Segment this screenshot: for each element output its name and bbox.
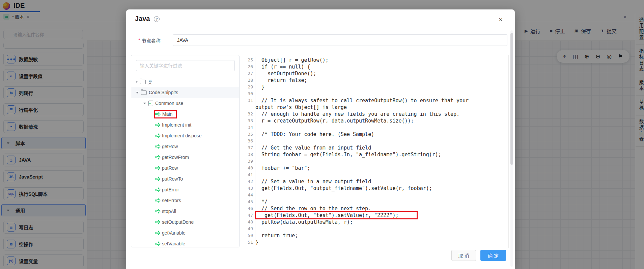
code-text: // enough to handle any new fields you a… <box>255 111 508 117</box>
line-number: 43 <box>245 185 255 192</box>
snippet-icon <box>155 198 161 203</box>
line-number: 50 <box>245 232 255 239</box>
code-line-25: 25 Object[] r = getRow(); <box>245 57 508 63</box>
node-label: getVariable <box>162 230 186 236</box>
node-label: Main <box>162 111 172 117</box>
line-number: 32 <box>245 111 255 117</box>
code-text <box>255 138 508 144</box>
node-label: Common use <box>155 101 183 106</box>
cancel-button[interactable]: 取 消 <box>451 250 476 261</box>
code-text: // Get the value from an input field <box>255 144 508 151</box>
tree-node-setOutputDone[interactable]: setOutputDone <box>131 217 239 227</box>
node-label: 类 <box>148 78 152 85</box>
node-label: Code Snippits <box>149 90 178 95</box>
code-text: } <box>255 84 508 90</box>
line-number: 27 <box>245 70 255 77</box>
doc-icon <box>148 101 153 106</box>
line-number: 33 <box>245 117 255 124</box>
tree-node-setVariable[interactable]: setVariable <box>131 238 239 247</box>
code-line-40: 40 foobar += "bar"; <box>245 165 508 171</box>
snippet-icon <box>155 133 161 138</box>
line-number: 26 <box>245 63 255 70</box>
code-line-44: 44 <box>245 192 508 198</box>
snippet-filter-input[interactable] <box>136 60 235 71</box>
node-label: stopAll <box>162 209 176 214</box>
node-label: Implement init <box>162 122 191 128</box>
caret-down-icon[interactable] <box>143 103 146 104</box>
snippet-icon <box>155 220 161 224</box>
node-label: putRow <box>162 165 178 171</box>
node-label: Implement dispose <box>162 133 202 138</box>
line-number: 28 <box>245 77 255 84</box>
snippet-icon <box>155 155 161 160</box>
modal-scrollbar-thumb[interactable] <box>510 33 513 165</box>
line-number: 51 <box>245 239 255 246</box>
line-number: 46 <box>245 205 255 212</box>
code-text: r = createOutputRow(r, data.outputRowMet… <box>255 117 508 124</box>
folder-icon <box>140 80 146 84</box>
line-number: 31 <box>245 97 255 111</box>
help-icon[interactable]: ? <box>154 16 160 22</box>
code-line-43: 43 get(Fields.Out, "output_fieldname").s… <box>245 185 508 192</box>
code-text <box>255 225 508 232</box>
tree-node-Implement init[interactable]: Implement init <box>131 119 239 130</box>
code-editor[interactable]: 25 Object[] r = getRow();26 if (r == nul… <box>245 55 509 248</box>
tree-node-putError[interactable]: putError <box>131 184 239 195</box>
line-number: 25 <box>245 57 255 63</box>
line-number: 39 <box>245 158 255 165</box>
code-line-29: 29 } <box>245 84 508 90</box>
tree-node-Main[interactable]: Main <box>131 109 239 119</box>
code-text: if (r == null) { <box>255 63 508 70</box>
code-text: */ <box>255 198 508 205</box>
tree-node-getRowFrom[interactable]: getRowFrom <box>131 152 239 163</box>
code-line-30: 30 <box>245 90 508 97</box>
code-line-41: 41 <box>245 171 508 178</box>
tree-node-setErrors[interactable]: setErrors <box>131 195 239 206</box>
tree-node-Implement dispose[interactable]: Implement dispose <box>131 130 239 141</box>
tree-node-getVariable[interactable]: getVariable <box>131 227 239 238</box>
line-number: 48 <box>245 219 255 225</box>
red-highlight-box: Main <box>155 111 176 117</box>
code-text: // Send the row on to the next step. <box>255 205 508 212</box>
code-line-46: 46 // Send the row on to the next step. <box>245 205 508 212</box>
code-line-50: 50 return true; <box>245 232 508 239</box>
tree-node-putRow[interactable]: putRow <box>131 163 239 173</box>
close-icon[interactable]: × <box>499 16 503 23</box>
tree-node-getRow[interactable]: getRow <box>131 141 239 152</box>
code-text <box>255 90 508 97</box>
code-text: foobar += "bar"; <box>255 165 508 171</box>
line-number: 49 <box>245 225 255 232</box>
line-number: 38 <box>245 151 255 158</box>
code-line-37: 37 // Get the value from an input field <box>245 144 508 151</box>
node-label: setOutputDone <box>162 219 194 225</box>
code-line-51: 51} <box>245 239 508 246</box>
code-text: return false; <box>255 77 508 84</box>
caret-right-icon[interactable] <box>136 80 138 83</box>
ide-app: IDE DI * 脚本 × » ⌕ ∗∗∗数据脱敏‹›设置字段值⇆列转行☰行扁平… <box>0 0 644 269</box>
caret-down-icon[interactable] <box>136 92 139 93</box>
code-text: // It is always safest to call createOut… <box>255 97 508 111</box>
tree-node-stopAll[interactable]: stopAll <box>131 206 239 217</box>
tree-node-类[interactable]: 类 <box>131 76 239 87</box>
node-name-input[interactable] <box>173 34 507 46</box>
java-node-dialog: Java ? × * 节点名称 类Code SnippitsCommon use… <box>126 9 515 269</box>
tree-node-putRowTo[interactable]: putRowTo <box>131 173 239 184</box>
snippet-icon <box>155 112 161 116</box>
node-label: setErrors <box>162 198 181 203</box>
code-line-32: 32 // enough to handle any new fields yo… <box>245 111 508 117</box>
code-text-red-boxed: get(Fields.Out, "test").setValue(r, "222… <box>255 212 417 219</box>
code-line-28: 28 return false; <box>245 77 508 84</box>
line-number: 40 <box>245 165 255 171</box>
line-number: 35 <box>245 131 255 138</box>
code-line-26: 26 if (r == null) { <box>245 63 508 70</box>
code-line-39: 39 <box>245 158 508 165</box>
folder-icon <box>141 90 147 95</box>
code-line-31: 31 // It is always safest to call create… <box>245 97 508 111</box>
tree-node-Common use[interactable]: Common use <box>131 98 239 109</box>
tree-node-Code Snippits[interactable]: Code Snippits <box>131 87 239 98</box>
line-number: 41 <box>245 171 255 178</box>
code-text <box>255 158 508 165</box>
line-number: 30 <box>245 90 255 97</box>
confirm-button[interactable]: 确 定 <box>480 250 506 261</box>
code-line-49: 49 <box>245 225 508 232</box>
